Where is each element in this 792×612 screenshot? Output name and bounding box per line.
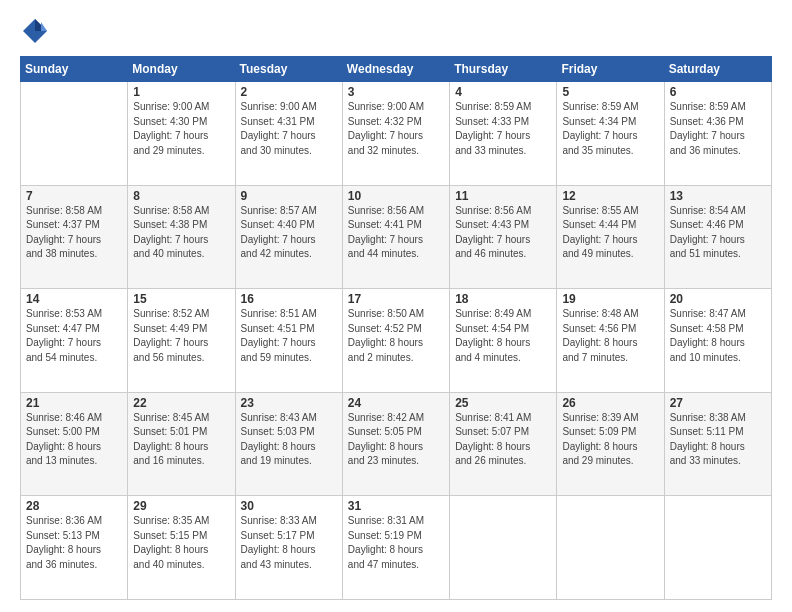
calendar-cell: 29Sunrise: 8:35 AM Sunset: 5:15 PM Dayli… <box>128 496 235 600</box>
day-number: 22 <box>133 396 229 410</box>
day-number: 29 <box>133 499 229 513</box>
day-info: Sunrise: 8:47 AM Sunset: 4:58 PM Dayligh… <box>670 307 766 365</box>
day-info: Sunrise: 8:51 AM Sunset: 4:51 PM Dayligh… <box>241 307 337 365</box>
day-info: Sunrise: 8:55 AM Sunset: 4:44 PM Dayligh… <box>562 204 658 262</box>
calendar-week-row: 28Sunrise: 8:36 AM Sunset: 5:13 PM Dayli… <box>21 496 772 600</box>
day-number: 17 <box>348 292 444 306</box>
day-info: Sunrise: 9:00 AM Sunset: 4:31 PM Dayligh… <box>241 100 337 158</box>
day-number: 2 <box>241 85 337 99</box>
day-info: Sunrise: 8:56 AM Sunset: 4:43 PM Dayligh… <box>455 204 551 262</box>
day-number: 21 <box>26 396 122 410</box>
calendar-cell: 17Sunrise: 8:50 AM Sunset: 4:52 PM Dayli… <box>342 289 449 393</box>
day-info: Sunrise: 8:50 AM Sunset: 4:52 PM Dayligh… <box>348 307 444 365</box>
calendar-table: SundayMondayTuesdayWednesdayThursdayFrid… <box>20 56 772 600</box>
day-number: 15 <box>133 292 229 306</box>
day-info: Sunrise: 8:33 AM Sunset: 5:17 PM Dayligh… <box>241 514 337 572</box>
day-info: Sunrise: 8:49 AM Sunset: 4:54 PM Dayligh… <box>455 307 551 365</box>
calendar-cell: 18Sunrise: 8:49 AM Sunset: 4:54 PM Dayli… <box>450 289 557 393</box>
day-number: 23 <box>241 396 337 410</box>
day-number: 14 <box>26 292 122 306</box>
calendar-cell: 13Sunrise: 8:54 AM Sunset: 4:46 PM Dayli… <box>664 185 771 289</box>
calendar-week-row: 21Sunrise: 8:46 AM Sunset: 5:00 PM Dayli… <box>21 392 772 496</box>
day-number: 10 <box>348 189 444 203</box>
day-info: Sunrise: 8:46 AM Sunset: 5:00 PM Dayligh… <box>26 411 122 469</box>
day-info: Sunrise: 8:59 AM Sunset: 4:34 PM Dayligh… <box>562 100 658 158</box>
day-number: 18 <box>455 292 551 306</box>
day-number: 25 <box>455 396 551 410</box>
calendar-cell <box>21 82 128 186</box>
day-info: Sunrise: 9:00 AM Sunset: 4:32 PM Dayligh… <box>348 100 444 158</box>
day-number: 11 <box>455 189 551 203</box>
svg-marker-2 <box>41 22 47 31</box>
header <box>20 16 772 46</box>
day-number: 9 <box>241 189 337 203</box>
day-number: 4 <box>455 85 551 99</box>
calendar-cell: 20Sunrise: 8:47 AM Sunset: 4:58 PM Dayli… <box>664 289 771 393</box>
calendar-header-day: Thursday <box>450 57 557 82</box>
calendar-header-day: Wednesday <box>342 57 449 82</box>
calendar-week-row: 7Sunrise: 8:58 AM Sunset: 4:37 PM Daylig… <box>21 185 772 289</box>
calendar-cell <box>450 496 557 600</box>
calendar-cell: 22Sunrise: 8:45 AM Sunset: 5:01 PM Dayli… <box>128 392 235 496</box>
calendar-cell: 30Sunrise: 8:33 AM Sunset: 5:17 PM Dayli… <box>235 496 342 600</box>
calendar-cell: 4Sunrise: 8:59 AM Sunset: 4:33 PM Daylig… <box>450 82 557 186</box>
calendar-cell: 25Sunrise: 8:41 AM Sunset: 5:07 PM Dayli… <box>450 392 557 496</box>
day-number: 7 <box>26 189 122 203</box>
calendar-cell: 16Sunrise: 8:51 AM Sunset: 4:51 PM Dayli… <box>235 289 342 393</box>
day-number: 8 <box>133 189 229 203</box>
calendar-cell: 10Sunrise: 8:56 AM Sunset: 4:41 PM Dayli… <box>342 185 449 289</box>
day-info: Sunrise: 8:53 AM Sunset: 4:47 PM Dayligh… <box>26 307 122 365</box>
day-number: 6 <box>670 85 766 99</box>
calendar-header-day: Sunday <box>21 57 128 82</box>
calendar-cell: 6Sunrise: 8:59 AM Sunset: 4:36 PM Daylig… <box>664 82 771 186</box>
calendar-cell: 9Sunrise: 8:57 AM Sunset: 4:40 PM Daylig… <box>235 185 342 289</box>
day-info: Sunrise: 8:54 AM Sunset: 4:46 PM Dayligh… <box>670 204 766 262</box>
day-info: Sunrise: 8:35 AM Sunset: 5:15 PM Dayligh… <box>133 514 229 572</box>
day-number: 27 <box>670 396 766 410</box>
day-info: Sunrise: 8:43 AM Sunset: 5:03 PM Dayligh… <box>241 411 337 469</box>
day-number: 20 <box>670 292 766 306</box>
day-number: 26 <box>562 396 658 410</box>
day-info: Sunrise: 8:31 AM Sunset: 5:19 PM Dayligh… <box>348 514 444 572</box>
calendar-cell: 12Sunrise: 8:55 AM Sunset: 4:44 PM Dayli… <box>557 185 664 289</box>
logo-icon <box>20 16 50 46</box>
day-info: Sunrise: 8:52 AM Sunset: 4:49 PM Dayligh… <box>133 307 229 365</box>
calendar-cell: 23Sunrise: 8:43 AM Sunset: 5:03 PM Dayli… <box>235 392 342 496</box>
calendar-header-day: Friday <box>557 57 664 82</box>
calendar-cell: 19Sunrise: 8:48 AM Sunset: 4:56 PM Dayli… <box>557 289 664 393</box>
day-number: 1 <box>133 85 229 99</box>
calendar-header-day: Monday <box>128 57 235 82</box>
calendar-cell: 24Sunrise: 8:42 AM Sunset: 5:05 PM Dayli… <box>342 392 449 496</box>
day-info: Sunrise: 8:59 AM Sunset: 4:36 PM Dayligh… <box>670 100 766 158</box>
day-info: Sunrise: 8:56 AM Sunset: 4:41 PM Dayligh… <box>348 204 444 262</box>
day-info: Sunrise: 8:57 AM Sunset: 4:40 PM Dayligh… <box>241 204 337 262</box>
day-number: 13 <box>670 189 766 203</box>
day-info: Sunrise: 8:45 AM Sunset: 5:01 PM Dayligh… <box>133 411 229 469</box>
calendar-cell: 31Sunrise: 8:31 AM Sunset: 5:19 PM Dayli… <box>342 496 449 600</box>
calendar-cell: 21Sunrise: 8:46 AM Sunset: 5:00 PM Dayli… <box>21 392 128 496</box>
day-info: Sunrise: 9:00 AM Sunset: 4:30 PM Dayligh… <box>133 100 229 158</box>
day-info: Sunrise: 8:59 AM Sunset: 4:33 PM Dayligh… <box>455 100 551 158</box>
calendar-cell: 3Sunrise: 9:00 AM Sunset: 4:32 PM Daylig… <box>342 82 449 186</box>
day-info: Sunrise: 8:38 AM Sunset: 5:11 PM Dayligh… <box>670 411 766 469</box>
calendar-cell: 27Sunrise: 8:38 AM Sunset: 5:11 PM Dayli… <box>664 392 771 496</box>
calendar-cell: 7Sunrise: 8:58 AM Sunset: 4:37 PM Daylig… <box>21 185 128 289</box>
day-number: 12 <box>562 189 658 203</box>
calendar-cell: 11Sunrise: 8:56 AM Sunset: 4:43 PM Dayli… <box>450 185 557 289</box>
calendar-cell: 8Sunrise: 8:58 AM Sunset: 4:38 PM Daylig… <box>128 185 235 289</box>
calendar-cell: 15Sunrise: 8:52 AM Sunset: 4:49 PM Dayli… <box>128 289 235 393</box>
calendar-cell: 5Sunrise: 8:59 AM Sunset: 4:34 PM Daylig… <box>557 82 664 186</box>
calendar-cell <box>557 496 664 600</box>
day-info: Sunrise: 8:58 AM Sunset: 4:38 PM Dayligh… <box>133 204 229 262</box>
day-info: Sunrise: 8:42 AM Sunset: 5:05 PM Dayligh… <box>348 411 444 469</box>
day-number: 5 <box>562 85 658 99</box>
day-number: 16 <box>241 292 337 306</box>
day-info: Sunrise: 8:41 AM Sunset: 5:07 PM Dayligh… <box>455 411 551 469</box>
calendar-header-row: SundayMondayTuesdayWednesdayThursdayFrid… <box>21 57 772 82</box>
day-number: 31 <box>348 499 444 513</box>
calendar-week-row: 14Sunrise: 8:53 AM Sunset: 4:47 PM Dayli… <box>21 289 772 393</box>
calendar-cell: 26Sunrise: 8:39 AM Sunset: 5:09 PM Dayli… <box>557 392 664 496</box>
day-number: 30 <box>241 499 337 513</box>
calendar-cell: 2Sunrise: 9:00 AM Sunset: 4:31 PM Daylig… <box>235 82 342 186</box>
page: SundayMondayTuesdayWednesdayThursdayFrid… <box>0 0 792 612</box>
